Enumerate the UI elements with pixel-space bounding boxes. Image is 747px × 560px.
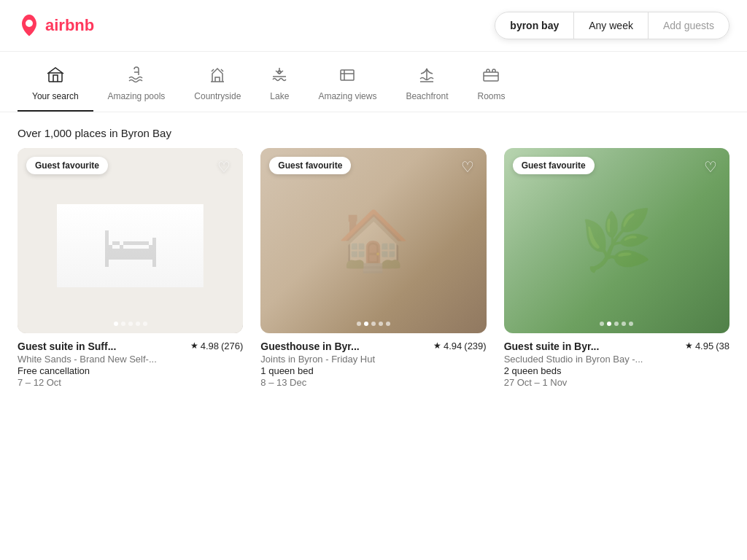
image-dot <box>114 322 118 326</box>
listing-title-row: Guesthouse in Byr...★4.94 (239) <box>260 341 486 352</box>
guest-favourite-badge: Guest favourite <box>26 157 108 174</box>
category-item-your-search[interactable]: Your search <box>18 61 93 112</box>
rating-value: 4.95 <box>695 341 713 351</box>
heart-icon: ♡ <box>461 158 474 176</box>
category-item-rooms[interactable]: Rooms <box>462 61 519 112</box>
listing-image: Guest favourite♡ <box>504 148 729 333</box>
category-item-countryside[interactable]: Countryside <box>179 61 255 112</box>
review-count: (239) <box>464 341 486 351</box>
heart-icon: ♡ <box>704 158 717 176</box>
rooms-icon <box>482 66 500 87</box>
listing-card[interactable]: Guest favourite♡Guesthouse in Byr...★4.9… <box>260 148 486 388</box>
image-dot <box>128 322 133 326</box>
category-item-amazing-pools[interactable]: Amazing pools <box>93 61 180 112</box>
review-count: (276) <box>221 341 243 351</box>
listing-title: Guesthouse in Byr... <box>260 341 427 352</box>
image-dot <box>136 322 140 326</box>
countryside-icon <box>209 66 226 87</box>
airbnb-logo-icon <box>18 14 41 37</box>
listing-extra-info: Free cancellation <box>18 365 243 376</box>
star-icon: ★ <box>685 341 693 351</box>
listing-title: Guest suite in Suff... <box>18 341 185 352</box>
beachfront-icon <box>418 66 436 87</box>
listing-card[interactable]: Guest favourite♡Guest suite in Byr...★4.… <box>504 148 729 388</box>
wishlist-button[interactable]: ♡ <box>456 155 479 179</box>
logo[interactable]: airbnb <box>18 14 94 37</box>
listing-subtitle: Secluded Studio in Byron Bay -... <box>504 354 729 365</box>
guests-input[interactable]: Add guests <box>649 12 729 39</box>
category-item-beachfront[interactable]: Beachfront <box>391 61 462 112</box>
listing-title-row: Guest suite in Byr...★4.95 (38 <box>504 341 729 352</box>
listing-extra-info: 2 queen beds <box>504 365 729 376</box>
image-dot <box>364 322 368 326</box>
rooms-label: Rooms <box>477 91 505 101</box>
amazing-views-label: Amazing views <box>318 91 376 101</box>
svg-rect-3 <box>484 72 498 81</box>
location-input[interactable]: byron bay <box>495 12 574 39</box>
image-dot <box>600 322 604 326</box>
image-dot <box>386 322 390 326</box>
category-nav: Your searchAmazing poolsCountrysideLakeA… <box>0 52 747 112</box>
rating-value: 4.98 <box>201 341 219 351</box>
search-bar[interactable]: byron bay Any week Add guests <box>495 12 729 39</box>
svg-rect-2 <box>341 70 354 80</box>
listing-rating: ★4.94 (239) <box>433 341 487 351</box>
image-dots <box>357 322 390 326</box>
dates-input[interactable]: Any week <box>574 12 649 39</box>
heart-icon: ♡ <box>217 158 231 176</box>
lake-label: Lake <box>270 91 289 101</box>
listing-title-row: Guest suite in Suff...★4.98 (276) <box>18 341 243 352</box>
your-search-icon <box>47 66 64 87</box>
listing-rating: ★4.95 (38 <box>685 341 729 351</box>
countryside-label: Countryside <box>194 91 241 101</box>
image-dots <box>114 322 147 326</box>
amazing-views-icon <box>338 66 356 87</box>
listing-dates: 27 Oct – 1 Nov <box>504 377 729 388</box>
image-dots <box>600 322 633 326</box>
guest-favourite-badge: Guest favourite <box>269 157 351 174</box>
wishlist-button[interactable]: ♡ <box>212 155 236 179</box>
header: airbnb byron bay Any week Add guests <box>0 0 747 52</box>
star-icon: ★ <box>190 341 198 351</box>
category-item-lake[interactable]: Lake <box>255 61 303 112</box>
image-dot <box>357 322 361 326</box>
listings-grid: Guest favourite♡Guest suite in Suff...★4… <box>0 148 747 411</box>
results-info: Over 1,000 places in Byron Bay <box>0 112 747 148</box>
image-dot <box>629 322 633 326</box>
wishlist-button[interactable]: ♡ <box>699 155 722 179</box>
star-icon: ★ <box>433 341 441 351</box>
listing-card[interactable]: Guest favourite♡Guest suite in Suff...★4… <box>18 148 243 388</box>
your-search-label: Your search <box>32 91 79 101</box>
logo-text: airbnb <box>45 16 94 35</box>
image-dot <box>371 322 376 326</box>
amazing-pools-label: Amazing pools <box>108 91 166 101</box>
rating-value: 4.94 <box>444 341 462 351</box>
listing-rating: ★4.98 (276) <box>190 341 244 351</box>
svg-rect-0 <box>49 73 62 82</box>
lake-icon <box>271 66 288 87</box>
listing-subtitle: Joints in Byron - Friday Hut <box>260 354 486 365</box>
category-item-amazing-views[interactable]: Amazing views <box>303 61 391 112</box>
image-dot <box>622 322 626 326</box>
listing-image: Guest favourite♡ <box>260 148 486 333</box>
image-dot <box>614 322 619 326</box>
review-count: (38 <box>716 341 729 351</box>
image-dot <box>121 322 125 326</box>
amazing-pools-icon <box>128 66 145 87</box>
guest-favourite-badge: Guest favourite <box>513 157 595 174</box>
image-dot <box>607 322 611 326</box>
listing-image: Guest favourite♡ <box>18 148 243 333</box>
listing-extra-info: 1 queen bed <box>260 365 486 376</box>
beachfront-label: Beachfront <box>406 91 448 101</box>
listing-dates: 7 – 12 Oct <box>18 377 243 388</box>
image-dot <box>379 322 383 326</box>
listing-subtitle: White Sands - Brand New Self-... <box>18 354 243 365</box>
image-dot <box>143 322 147 326</box>
listing-title: Guest suite in Byr... <box>504 341 679 352</box>
listing-dates: 8 – 13 Dec <box>260 377 486 388</box>
